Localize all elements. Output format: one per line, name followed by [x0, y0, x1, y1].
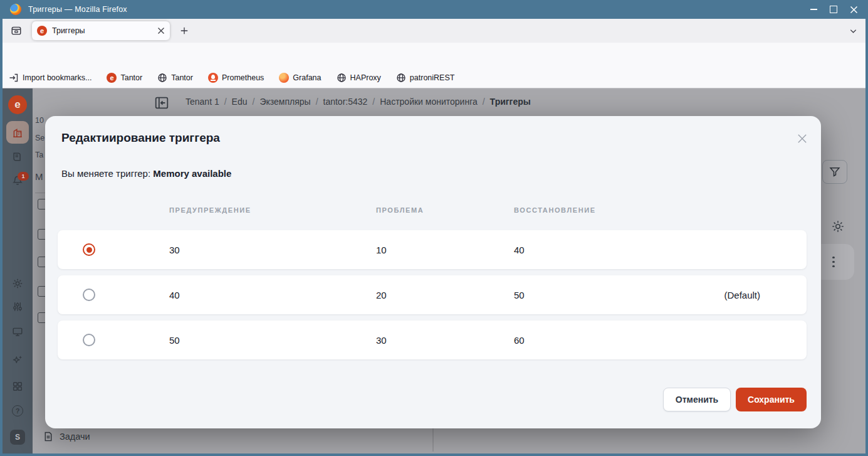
close-button[interactable]	[847, 3, 860, 16]
recovery-value: 50	[514, 290, 525, 300]
firefox-view-icon	[11, 25, 22, 36]
globe-icon	[396, 73, 406, 83]
warning-value: 30	[169, 245, 180, 255]
bookmark-patronirest[interactable]: patroniREST	[396, 73, 455, 83]
globe-icon	[157, 73, 167, 83]
breadcrumb-instances: Экземпляры	[259, 97, 310, 107]
breadcrumb: Tenant 1 / Edu / Экземпляры / tantor:543…	[186, 97, 531, 107]
collapse-sidebar-icon	[154, 95, 169, 110]
sidebar-item-docs-icon	[12, 151, 23, 162]
save-button[interactable]: Сохранить	[736, 388, 807, 411]
page-settings-gear-icon	[831, 220, 845, 233]
trigger-option-row[interactable]: 30 10 40	[58, 230, 807, 269]
modal-title: Редактиирование триггера	[61, 131, 220, 145]
window-title: Триггеры — Mozilla Firefox	[28, 5, 127, 14]
tab-close-icon[interactable]	[157, 27, 165, 34]
new-tab-button[interactable]	[177, 23, 192, 38]
recovery-value: 40	[514, 245, 525, 255]
edit-trigger-modal: Редактиирование триггера Вы меняете триг…	[45, 116, 821, 428]
tantor-favicon: e	[37, 26, 47, 36]
prometheus-icon	[208, 73, 218, 83]
sliders-icon	[12, 301, 23, 312]
grafana-icon	[279, 73, 289, 83]
recovery-value: 60	[514, 335, 525, 346]
column-headers: ПРЕДУПРЕЖДЕНИЕ ПРОБЛЕМА ВОССТАНОВЛЕНИЕ	[58, 206, 807, 216]
row-note: (Default)	[724, 290, 760, 300]
sparkles-icon	[12, 354, 23, 366]
column-recovery: ВОССТАНОВЛЕНИЕ	[514, 206, 596, 214]
radio-option-2[interactable]	[83, 289, 95, 301]
radio-option-1[interactable]	[83, 243, 95, 256]
window-titlebar: Триггеры — Mozilla Firefox	[0, 0, 868, 19]
filter-button	[822, 160, 847, 184]
funnel-icon	[829, 166, 841, 178]
tantor-logo: e	[8, 95, 27, 114]
navigation-toolbar: https://education.tantorlabs.ru/platform…	[3, 43, 865, 68]
close-icon	[850, 6, 858, 14]
bg-fragment: Ta	[35, 151, 43, 159]
modal-close-button[interactable]	[795, 131, 810, 146]
kebab-menu-icon	[832, 257, 835, 268]
tantor-icon: e	[107, 73, 117, 83]
tab-bar: e Триггеры	[3, 19, 865, 43]
page-content-dimmed: e 1	[3, 88, 865, 453]
plus-icon	[180, 26, 189, 35]
bg-fragment: 10	[35, 116, 44, 125]
problem-value: 20	[376, 290, 387, 300]
notification-badge: 1	[18, 172, 29, 181]
problem-value: 10	[376, 245, 387, 255]
bookmark-tantor-2[interactable]: Tantor	[157, 73, 193, 83]
tasks-doc-icon	[43, 431, 54, 442]
bookmark-prometheus[interactable]: Prometheus	[208, 73, 264, 83]
apps-grid-icon	[12, 381, 23, 392]
trigger-option-row[interactable]: 50 30 60	[58, 321, 807, 359]
minimize-button[interactable]	[807, 3, 820, 16]
tab-triggers[interactable]: e Триггеры	[32, 21, 170, 40]
import-icon	[9, 73, 19, 83]
help-icon: ?	[12, 405, 23, 416]
firefox-view-button[interactable]	[8, 23, 25, 38]
tab-title: Триггеры	[52, 26, 157, 35]
trigger-name: Memory available	[153, 168, 231, 179]
bookmarks-bar: Import bookmarks... e Tantor Tantor Prom…	[3, 68, 865, 88]
warning-value: 50	[169, 335, 180, 346]
close-x-icon	[797, 133, 808, 144]
breadcrumb-instance: tantor:5432	[323, 97, 368, 107]
column-problem: ПРОБЛЕМА	[376, 206, 424, 214]
user-avatar: S	[10, 430, 25, 445]
firefox-logo-icon	[10, 4, 21, 15]
problem-value: 30	[376, 335, 387, 346]
bg-fragment: M	[35, 171, 43, 182]
browser-chrome: e Триггеры	[3, 19, 865, 453]
globe-icon	[337, 73, 347, 83]
breadcrumb-edu: Edu	[232, 97, 248, 107]
bookmark-haproxy[interactable]: HAProxy	[337, 73, 381, 83]
list-all-tabs-button[interactable]	[845, 23, 860, 38]
breadcrumb-tenant: Tenant 1	[186, 97, 219, 107]
radio-option-3[interactable]	[83, 334, 95, 346]
bookmark-grafana[interactable]: Grafana	[279, 73, 321, 83]
maximize-button[interactable]	[827, 3, 840, 16]
breadcrumb-triggers: Триггеры	[490, 97, 531, 107]
warning-value: 40	[169, 290, 180, 300]
bookmark-tantor-1[interactable]: e Tantor	[107, 73, 142, 83]
cancel-button[interactable]: Отменить	[663, 388, 731, 411]
bookmark-import[interactable]: Import bookmarks...	[9, 73, 92, 83]
breadcrumb-monitoring-settings: Настройки мониторинга	[380, 97, 477, 107]
settings-gear-icon	[12, 278, 23, 289]
sidebar-item-instances-icon	[12, 127, 23, 139]
tasks-link: Задачи	[43, 431, 90, 442]
chevron-down-icon	[849, 26, 858, 36]
bg-fragment: Se	[35, 134, 44, 142]
column-warning: ПРЕДУПРЕЖДЕНИЕ	[169, 206, 251, 214]
trigger-option-row[interactable]: 40 20 50 (Default)	[58, 275, 807, 314]
app-sidebar: e 1	[3, 88, 33, 453]
monitor-icon	[12, 326, 23, 337]
modal-subtitle: Вы меняете триггер: Memory available	[61, 168, 231, 179]
